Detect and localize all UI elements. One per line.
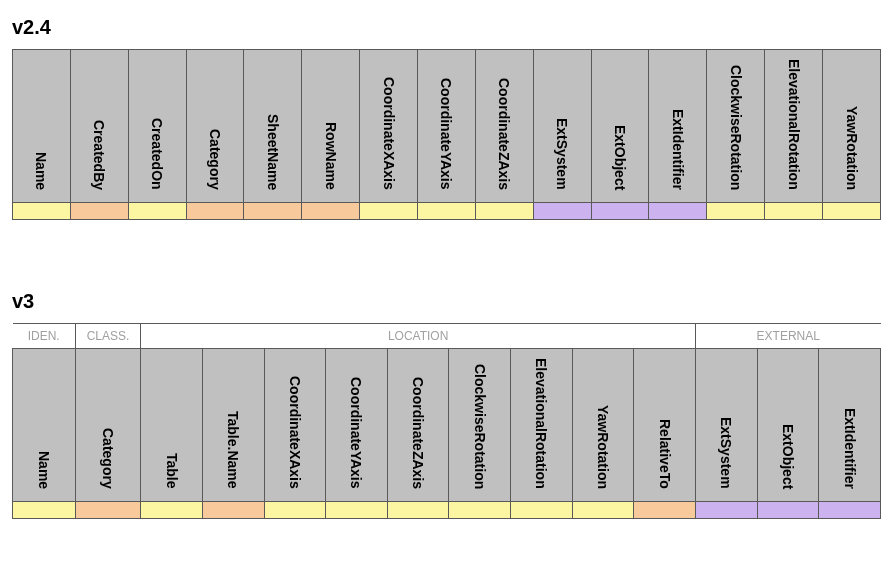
column-header: ElevationalRotation <box>765 50 823 203</box>
table-cell <box>823 203 881 220</box>
table-cell <box>13 203 71 220</box>
table-cell <box>418 203 476 220</box>
table-cell <box>707 203 765 220</box>
column-header: RelativeTo <box>634 349 696 502</box>
column-header: SheetName <box>244 50 302 203</box>
column-header: CreatedBy <box>70 50 128 203</box>
column-header: ExtObject <box>591 50 649 203</box>
section-v24: v2.4 NameCreatedByCreatedOnCategorySheet… <box>12 16 881 220</box>
column-header-label: ElevationalRotation <box>786 59 802 190</box>
column-header-label: CoordinateYAxis <box>348 377 364 489</box>
group-header-label: LOCATION <box>388 329 448 343</box>
column-header: CoordinateZAxis <box>387 349 449 502</box>
column-header-label: ExtObject <box>780 424 796 489</box>
column-header: Category <box>186 50 244 203</box>
table-v24: NameCreatedByCreatedOnCategorySheetNameR… <box>12 49 881 220</box>
column-header: CreatedOn <box>128 50 186 203</box>
column-header-label: CoordinateZAxis <box>410 377 426 489</box>
column-header-label: YawRotation <box>595 405 611 489</box>
column-header-label: Name <box>36 451 52 489</box>
column-header-label: CreatedOn <box>149 118 165 190</box>
column-header-label: ExtSystem <box>718 417 734 489</box>
table-cell <box>202 502 264 519</box>
table-cell <box>244 203 302 220</box>
column-header-label: Name <box>33 152 49 190</box>
column-header-label: ExtIdentifier <box>670 109 686 190</box>
column-header: Table <box>141 349 203 502</box>
table-cell <box>819 502 881 519</box>
column-header: ExtSystem <box>696 349 758 502</box>
group-header-label: CLASS. <box>87 329 130 343</box>
table-cell <box>696 502 758 519</box>
table-v3-header-row: NameCategoryTableTable.NameCoordinateXAx… <box>13 349 881 502</box>
column-header: YawRotation <box>572 349 634 502</box>
column-header: Name <box>13 349 76 502</box>
column-header-label: ExtObject <box>612 125 628 190</box>
column-header: RowName <box>302 50 360 203</box>
table-cell <box>186 203 244 220</box>
column-header: ClockwiseRotation <box>707 50 765 203</box>
column-header: CoordinateYAxis <box>418 50 476 203</box>
group-header-label: IDEN. <box>28 329 60 343</box>
title-v3: v3 <box>12 290 881 313</box>
column-header: Table.Name <box>202 349 264 502</box>
table-cell <box>326 502 388 519</box>
table-cell <box>449 502 511 519</box>
column-header: YawRotation <box>823 50 881 203</box>
table-v24-data-row <box>13 203 881 220</box>
column-header: ExtObject <box>757 349 819 502</box>
section-v3: v3 IDEN.CLASS.LOCATIONEXTERNAL NameCateg… <box>12 290 881 519</box>
table-v3-group-row: IDEN.CLASS.LOCATIONEXTERNAL <box>13 324 881 349</box>
column-header-label: RelativeTo <box>657 419 673 489</box>
column-header-label: SheetName <box>265 114 281 190</box>
column-header-label: Category <box>100 428 116 489</box>
table-cell <box>302 203 360 220</box>
table-cell <box>649 203 707 220</box>
column-header-label: CoordinateXAxis <box>287 376 303 489</box>
column-header-label: Table.Name <box>225 411 241 489</box>
column-header-label: Category <box>207 129 223 190</box>
table-v3: IDEN.CLASS.LOCATIONEXTERNAL NameCategory… <box>12 323 881 519</box>
column-header: ElevationalRotation <box>511 349 573 502</box>
table-v24-header-row: NameCreatedByCreatedOnCategorySheetNameR… <box>13 50 881 203</box>
column-header: CoordinateXAxis <box>264 349 326 502</box>
table-cell <box>360 203 418 220</box>
column-header-label: CoordinateXAxis <box>381 77 397 190</box>
column-header: ExtIdentifier <box>819 349 881 502</box>
table-cell <box>765 203 823 220</box>
column-header: CoordinateZAxis <box>475 50 533 203</box>
column-header-label: RowName <box>323 122 339 190</box>
column-header-label: ExtSystem <box>554 118 570 190</box>
group-header: EXTERNAL <box>696 324 881 349</box>
table-cell <box>128 203 186 220</box>
group-header-label: EXTERNAL <box>757 329 820 343</box>
table-cell <box>70 203 128 220</box>
table-cell <box>591 203 649 220</box>
table-cell <box>511 502 573 519</box>
table-cell <box>533 203 591 220</box>
table-cell <box>141 502 203 519</box>
column-header-label: CoordinateYAxis <box>438 78 454 190</box>
column-header-label: ClockwiseRotation <box>728 65 744 190</box>
table-cell <box>475 203 533 220</box>
column-header-label: Table <box>164 453 180 489</box>
column-header: ClockwiseRotation <box>449 349 511 502</box>
column-header: ExtSystem <box>533 50 591 203</box>
column-header-label: YawRotation <box>844 106 860 190</box>
column-header-label: CreatedBy <box>91 120 107 190</box>
column-header-label: ClockwiseRotation <box>472 364 488 489</box>
table-v3-data-row <box>13 502 881 519</box>
column-header: Category <box>75 349 140 502</box>
table-cell <box>572 502 634 519</box>
column-header: CoordinateXAxis <box>360 50 418 203</box>
table-cell <box>634 502 696 519</box>
table-cell <box>13 502 76 519</box>
table-cell <box>757 502 819 519</box>
table-cell <box>264 502 326 519</box>
column-header-label: CoordinateZAxis <box>496 78 512 190</box>
group-header: CLASS. <box>75 324 140 349</box>
column-header: CoordinateYAxis <box>326 349 388 502</box>
group-header: LOCATION <box>141 324 696 349</box>
table-cell <box>387 502 449 519</box>
title-v24: v2.4 <box>12 16 881 39</box>
